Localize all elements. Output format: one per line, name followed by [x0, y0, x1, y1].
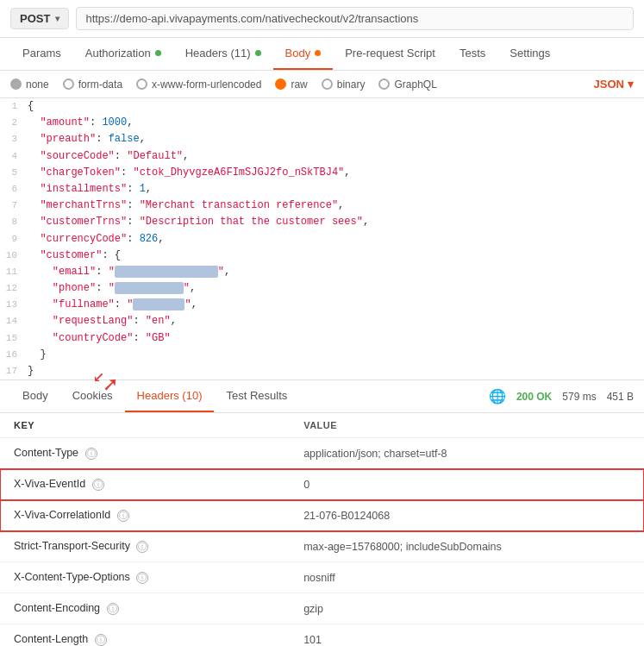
header-value: 0 [290, 469, 644, 500]
tab-tests[interactable]: Tests [447, 38, 497, 70]
tab-response-test-results[interactable]: Test Results [214, 380, 299, 412]
method-selector[interactable]: POST ▾ [10, 8, 69, 29]
code-line-9: 9 "currencyCode": 826, [0, 231, 644, 248]
info-icon[interactable]: ⓘ [117, 510, 129, 522]
tab-params[interactable]: Params [10, 38, 73, 70]
radio-binary[interactable]: binary [322, 78, 366, 91]
headers-table: KEY VALUE Content-Type ⓘapplication/json… [0, 413, 644, 646]
headers-dot [255, 50, 261, 56]
json-format-selector[interactable]: JSON ▾ [594, 78, 634, 91]
radio-graphql-circle [378, 78, 390, 90]
response-size: 451 B [607, 391, 634, 403]
header-key: Content-Type ⓘ [0, 438, 290, 469]
header-value: 101 [290, 624, 644, 646]
radio-binary-circle [322, 78, 333, 90]
top-bar: POST ▾ [0, 0, 644, 38]
code-line-2: 2 "amount": 1000, [0, 115, 644, 131]
request-tabs: Params Authorization Headers (11) Body P… [0, 38, 644, 71]
tab-body[interactable]: Body [273, 38, 334, 70]
code-line-3: 3 "preauth": false, [0, 131, 644, 147]
tab-settings[interactable]: Settings [497, 38, 562, 70]
table-row: Strict-Transport-Security ⓘmax-age=15768… [0, 531, 644, 562]
info-icon[interactable]: ⓘ [107, 603, 119, 615]
tab-headers[interactable]: Headers (11) [173, 38, 273, 70]
header-value: nosniff [290, 562, 644, 593]
code-line-13: 13 "fullname": "", [0, 297, 644, 313]
table-row: X-Content-Type-Options ⓘnosniff [0, 562, 644, 593]
json-arrow-icon: ▾ [628, 78, 634, 91]
red-arrow-icon-2: ↙ [93, 361, 104, 392]
header-key: Content-Length ⓘ [0, 624, 290, 646]
value-column-header: VALUE [290, 413, 644, 438]
code-line-15: 15 "countryCode": "GB" [0, 330, 644, 347]
header-key: Strict-Transport-Security ⓘ [0, 531, 290, 562]
globe-icon: 🌐 [489, 388, 506, 405]
radio-urlencoded[interactable]: x-www-form-urlencoded [136, 78, 261, 91]
table-row: X-Viva-EventId ⓘ0 [0, 469, 644, 500]
code-line-5: 5 "chargeToken": "ctok_DhyvgzeA6FImSJGJ2… [0, 165, 644, 181]
info-icon[interactable]: ⓘ [136, 541, 148, 553]
header-key: X-Content-Type-Options ⓘ [0, 562, 290, 593]
code-editor[interactable]: 1 { 2 "amount": 1000, 3 "preauth": false… [0, 98, 644, 380]
code-line-11: 11 "email": "", [0, 264, 644, 280]
tab-response-headers[interactable]: Headers (10) [125, 380, 215, 412]
radio-raw-circle [275, 78, 286, 90]
radio-raw[interactable]: raw [275, 78, 307, 91]
tab-prerequest[interactable]: Pre-request Script [333, 38, 447, 70]
json-format-label: JSON [594, 78, 624, 91]
method-arrow-icon: ▾ [55, 14, 59, 23]
header-key: Content-Encoding ⓘ [0, 593, 290, 624]
url-input[interactable] [76, 7, 634, 30]
radio-urlencoded-circle [136, 78, 147, 90]
header-value: 21-076-B0124068 [290, 500, 644, 531]
response-status: 200 OK [516, 391, 552, 403]
response-meta: 🌐 200 OK 579 ms 451 B [489, 388, 634, 405]
info-icon[interactable]: ⓘ [136, 572, 148, 584]
header-value: application/json; charset=utf-8 [290, 438, 644, 469]
radio-none-circle [10, 78, 22, 90]
header-value: max-age=15768000; includeSubDomains [290, 531, 644, 562]
info-icon[interactable]: ⓘ [92, 479, 104, 491]
code-line-6: 6 "installments": 1, [0, 181, 644, 198]
code-line-7: 7 "merchantTrns": "Merchant transaction … [0, 198, 644, 214]
method-label: POST [20, 12, 50, 25]
authorization-dot [155, 50, 161, 56]
header-key: X-Viva-CorrelationId ⓘ [0, 500, 290, 531]
info-icon[interactable]: ⓘ [95, 634, 107, 646]
table-row: Content-Length ⓘ101 [0, 624, 644, 646]
radio-graphql[interactable]: GraphQL [378, 78, 436, 91]
table-row: X-Viva-CorrelationId ⓘ21-076-B0124068 [0, 500, 644, 531]
key-column-header: KEY [0, 413, 290, 438]
tab-response-body[interactable]: Body [10, 380, 60, 412]
code-line-17: 17 } ➘ ↙ [0, 363, 644, 379]
code-line-4: 4 "sourceCode": "Default", [0, 148, 644, 165]
code-line-14: 14 "requestLang": "en", [0, 313, 644, 329]
header-value: gzip [290, 593, 644, 624]
header-key: X-Viva-EventId ⓘ [0, 469, 290, 500]
code-line-10: 10 "customer": { [0, 248, 644, 264]
info-icon[interactable]: ⓘ [85, 448, 97, 460]
radio-form-data[interactable]: form-data [63, 78, 122, 91]
body-type-bar: none form-data x-www-form-urlencoded raw… [0, 71, 644, 98]
radio-form-data-circle [63, 78, 74, 90]
code-line-8: 8 "customerTrns": "Description that the … [0, 214, 644, 230]
code-line-12: 12 "phone": "", [0, 280, 644, 297]
table-row: Content-Type ⓘapplication/json; charset=… [0, 438, 644, 469]
tab-authorization[interactable]: Authorization [73, 38, 173, 70]
response-time: 579 ms [562, 391, 596, 403]
table-row: Content-Encoding ⓘgzip [0, 593, 644, 624]
code-line-1: 1 { [0, 98, 644, 115]
radio-none[interactable]: none [10, 78, 49, 91]
body-dot [315, 50, 321, 56]
red-arrow-icon: ➘ [103, 365, 117, 401]
